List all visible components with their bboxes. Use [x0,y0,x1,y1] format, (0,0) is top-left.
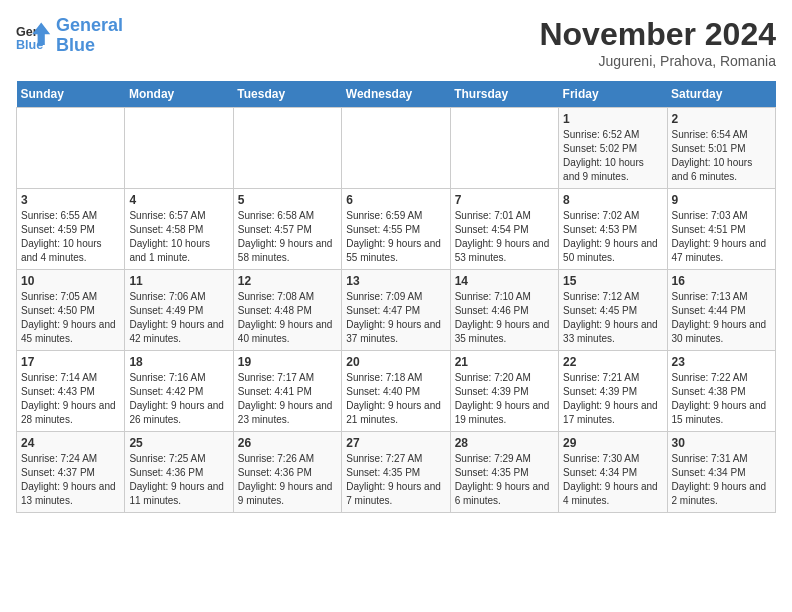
day-info: Sunrise: 7:22 AM Sunset: 4:38 PM Dayligh… [672,371,771,427]
header-sunday: Sunday [17,81,125,108]
calendar-cell [450,108,558,189]
day-number: 21 [455,355,554,369]
day-number: 9 [672,193,771,207]
calendar-cell: 7Sunrise: 7:01 AM Sunset: 4:54 PM Daylig… [450,189,558,270]
calendar-cell: 6Sunrise: 6:59 AM Sunset: 4:55 PM Daylig… [342,189,450,270]
logo: Gen Blue General Blue [16,16,123,56]
day-number: 30 [672,436,771,450]
calendar-cell: 28Sunrise: 7:29 AM Sunset: 4:35 PM Dayli… [450,432,558,513]
calendar-header-row: SundayMondayTuesdayWednesdayThursdayFrid… [17,81,776,108]
title-block: November 2024 Jugureni, Prahova, Romania [539,16,776,69]
day-info: Sunrise: 6:57 AM Sunset: 4:58 PM Dayligh… [129,209,228,265]
calendar-cell: 25Sunrise: 7:25 AM Sunset: 4:36 PM Dayli… [125,432,233,513]
calendar-cell: 5Sunrise: 6:58 AM Sunset: 4:57 PM Daylig… [233,189,341,270]
header-monday: Monday [125,81,233,108]
header-friday: Friday [559,81,667,108]
day-number: 27 [346,436,445,450]
day-info: Sunrise: 7:10 AM Sunset: 4:46 PM Dayligh… [455,290,554,346]
calendar-cell: 29Sunrise: 7:30 AM Sunset: 4:34 PM Dayli… [559,432,667,513]
day-number: 24 [21,436,120,450]
day-info: Sunrise: 7:09 AM Sunset: 4:47 PM Dayligh… [346,290,445,346]
day-number: 29 [563,436,662,450]
day-info: Sunrise: 7:20 AM Sunset: 4:39 PM Dayligh… [455,371,554,427]
day-number: 15 [563,274,662,288]
day-number: 1 [563,112,662,126]
logo-line1: General [56,16,123,36]
day-info: Sunrise: 7:05 AM Sunset: 4:50 PM Dayligh… [21,290,120,346]
header-tuesday: Tuesday [233,81,341,108]
day-info: Sunrise: 7:24 AM Sunset: 4:37 PM Dayligh… [21,452,120,508]
day-info: Sunrise: 7:16 AM Sunset: 4:42 PM Dayligh… [129,371,228,427]
calendar-cell: 9Sunrise: 7:03 AM Sunset: 4:51 PM Daylig… [667,189,775,270]
calendar-cell: 1Sunrise: 6:52 AM Sunset: 5:02 PM Daylig… [559,108,667,189]
day-number: 3 [21,193,120,207]
day-info: Sunrise: 7:30 AM Sunset: 4:34 PM Dayligh… [563,452,662,508]
calendar-cell: 8Sunrise: 7:02 AM Sunset: 4:53 PM Daylig… [559,189,667,270]
month-title: November 2024 [539,16,776,53]
day-info: Sunrise: 6:54 AM Sunset: 5:01 PM Dayligh… [672,128,771,184]
calendar-cell: 2Sunrise: 6:54 AM Sunset: 5:01 PM Daylig… [667,108,775,189]
calendar-week-5: 24Sunrise: 7:24 AM Sunset: 4:37 PM Dayli… [17,432,776,513]
day-number: 12 [238,274,337,288]
day-number: 10 [21,274,120,288]
calendar-cell: 26Sunrise: 7:26 AM Sunset: 4:36 PM Dayli… [233,432,341,513]
calendar-cell: 27Sunrise: 7:27 AM Sunset: 4:35 PM Dayli… [342,432,450,513]
calendar-cell: 17Sunrise: 7:14 AM Sunset: 4:43 PM Dayli… [17,351,125,432]
calendar-cell: 21Sunrise: 7:20 AM Sunset: 4:39 PM Dayli… [450,351,558,432]
logo-icon: Gen Blue [16,18,52,54]
calendar-week-3: 10Sunrise: 7:05 AM Sunset: 4:50 PM Dayli… [17,270,776,351]
calendar-cell [233,108,341,189]
day-info: Sunrise: 7:21 AM Sunset: 4:39 PM Dayligh… [563,371,662,427]
day-number: 18 [129,355,228,369]
calendar-week-4: 17Sunrise: 7:14 AM Sunset: 4:43 PM Dayli… [17,351,776,432]
day-number: 7 [455,193,554,207]
calendar-cell: 24Sunrise: 7:24 AM Sunset: 4:37 PM Dayli… [17,432,125,513]
header-wednesday: Wednesday [342,81,450,108]
day-number: 8 [563,193,662,207]
calendar-cell: 30Sunrise: 7:31 AM Sunset: 4:34 PM Dayli… [667,432,775,513]
calendar-cell: 18Sunrise: 7:16 AM Sunset: 4:42 PM Dayli… [125,351,233,432]
day-number: 2 [672,112,771,126]
calendar-table: SundayMondayTuesdayWednesdayThursdayFrid… [16,81,776,513]
calendar-cell [17,108,125,189]
logo-line2: Blue [56,36,123,56]
calendar-cell: 22Sunrise: 7:21 AM Sunset: 4:39 PM Dayli… [559,351,667,432]
day-info: Sunrise: 7:08 AM Sunset: 4:48 PM Dayligh… [238,290,337,346]
day-number: 11 [129,274,228,288]
day-info: Sunrise: 6:52 AM Sunset: 5:02 PM Dayligh… [563,128,662,184]
day-number: 5 [238,193,337,207]
location-subtitle: Jugureni, Prahova, Romania [539,53,776,69]
day-number: 16 [672,274,771,288]
calendar-cell: 14Sunrise: 7:10 AM Sunset: 4:46 PM Dayli… [450,270,558,351]
calendar-cell: 13Sunrise: 7:09 AM Sunset: 4:47 PM Dayli… [342,270,450,351]
day-number: 17 [21,355,120,369]
day-number: 20 [346,355,445,369]
day-info: Sunrise: 7:18 AM Sunset: 4:40 PM Dayligh… [346,371,445,427]
calendar-cell: 3Sunrise: 6:55 AM Sunset: 4:59 PM Daylig… [17,189,125,270]
day-info: Sunrise: 7:01 AM Sunset: 4:54 PM Dayligh… [455,209,554,265]
day-number: 14 [455,274,554,288]
day-info: Sunrise: 6:59 AM Sunset: 4:55 PM Dayligh… [346,209,445,265]
calendar-cell: 23Sunrise: 7:22 AM Sunset: 4:38 PM Dayli… [667,351,775,432]
calendar-cell: 15Sunrise: 7:12 AM Sunset: 4:45 PM Dayli… [559,270,667,351]
day-info: Sunrise: 7:27 AM Sunset: 4:35 PM Dayligh… [346,452,445,508]
day-number: 6 [346,193,445,207]
calendar-cell: 10Sunrise: 7:05 AM Sunset: 4:50 PM Dayli… [17,270,125,351]
day-info: Sunrise: 7:29 AM Sunset: 4:35 PM Dayligh… [455,452,554,508]
day-info: Sunrise: 7:31 AM Sunset: 4:34 PM Dayligh… [672,452,771,508]
day-info: Sunrise: 7:12 AM Sunset: 4:45 PM Dayligh… [563,290,662,346]
header-saturday: Saturday [667,81,775,108]
page-header: Gen Blue General Blue November 2024 Jugu… [16,16,776,69]
day-info: Sunrise: 7:06 AM Sunset: 4:49 PM Dayligh… [129,290,228,346]
day-number: 13 [346,274,445,288]
calendar-cell: 11Sunrise: 7:06 AM Sunset: 4:49 PM Dayli… [125,270,233,351]
calendar-week-1: 1Sunrise: 6:52 AM Sunset: 5:02 PM Daylig… [17,108,776,189]
day-info: Sunrise: 6:55 AM Sunset: 4:59 PM Dayligh… [21,209,120,265]
calendar-week-2: 3Sunrise: 6:55 AM Sunset: 4:59 PM Daylig… [17,189,776,270]
day-number: 23 [672,355,771,369]
day-info: Sunrise: 7:02 AM Sunset: 4:53 PM Dayligh… [563,209,662,265]
day-info: Sunrise: 7:14 AM Sunset: 4:43 PM Dayligh… [21,371,120,427]
calendar-cell: 16Sunrise: 7:13 AM Sunset: 4:44 PM Dayli… [667,270,775,351]
day-info: Sunrise: 7:17 AM Sunset: 4:41 PM Dayligh… [238,371,337,427]
day-number: 26 [238,436,337,450]
